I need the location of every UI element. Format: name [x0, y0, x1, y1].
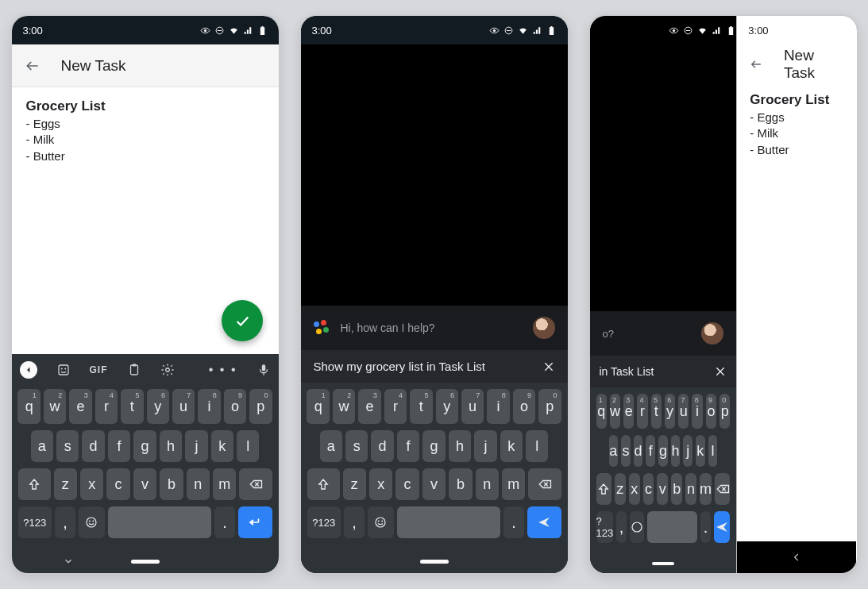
keyboard[interactable]: q1w2e3r4t5y6u7i8o9p0 asdfghjkl zxcvbnm ?…: [590, 387, 737, 554]
backspace-key[interactable]: [239, 468, 272, 500]
note-editor[interactable]: Grocery List - Eggs - Milk - Butter: [12, 87, 279, 354]
enter-key[interactable]: [238, 506, 272, 538]
chevron-down-icon[interactable]: [63, 556, 74, 567]
key-c[interactable]: c: [643, 473, 654, 505]
key-w[interactable]: w2: [333, 389, 355, 424]
period-key[interactable]: .: [214, 506, 235, 538]
key-r[interactable]: r4: [95, 389, 118, 424]
keyboard[interactable]: q1w2e3r4t5y6u7i8o9p0 asdfghjkl zxcvbnm ?…: [301, 383, 568, 549]
period-key[interactable]: .: [700, 511, 711, 543]
key-z[interactable]: z: [343, 468, 366, 500]
key-v[interactable]: v: [133, 468, 156, 500]
key-r[interactable]: r4: [637, 394, 647, 429]
emoji-key[interactable]: [630, 511, 644, 543]
comma-key[interactable]: ,: [616, 511, 627, 543]
key-p[interactable]: p0: [538, 389, 561, 424]
key-g[interactable]: g: [658, 435, 668, 467]
key-t[interactable]: t5: [121, 389, 143, 424]
key-s[interactable]: s: [56, 430, 79, 462]
home-pill[interactable]: [420, 560, 449, 564]
key-f[interactable]: f: [646, 435, 655, 467]
key-d[interactable]: d: [371, 430, 393, 462]
key-e[interactable]: e3: [358, 389, 380, 424]
key-p[interactable]: p0: [719, 394, 730, 429]
key-s[interactable]: s: [621, 435, 631, 467]
key-y[interactable]: y6: [665, 394, 675, 429]
sticker-icon[interactable]: [56, 363, 71, 377]
key-x[interactable]: x: [80, 468, 103, 500]
key-c[interactable]: c: [106, 468, 129, 500]
gear-icon[interactable]: [160, 363, 175, 377]
key-t[interactable]: t5: [410, 389, 432, 424]
comma-key[interactable]: ,: [344, 506, 365, 538]
chevron-left-icon[interactable]: [791, 552, 802, 563]
chevron-left-icon[interactable]: [20, 361, 37, 379]
emoji-key[interactable]: [79, 506, 105, 538]
home-pill[interactable]: [652, 562, 674, 565]
send-key[interactable]: [714, 511, 731, 543]
key-s[interactable]: s: [345, 430, 368, 462]
key-q[interactable]: q1: [17, 389, 40, 424]
clipboard-icon[interactable]: [127, 363, 141, 377]
key-j[interactable]: j: [683, 435, 692, 467]
assistant-input[interactable]: Show my grocery list in Task List: [301, 350, 568, 383]
key-z[interactable]: z: [615, 473, 626, 505]
key-m[interactable]: m: [502, 468, 525, 500]
key-j[interactable]: j: [185, 430, 207, 462]
key-u[interactable]: u7: [678, 394, 689, 429]
key-y[interactable]: y6: [147, 389, 169, 424]
symbols-key[interactable]: ?123: [307, 506, 341, 538]
symbols-key[interactable]: ?123: [596, 511, 614, 543]
shift-key[interactable]: [307, 468, 340, 500]
send-key[interactable]: [527, 506, 561, 538]
key-k[interactable]: k: [500, 430, 523, 462]
key-b[interactable]: b: [160, 468, 183, 500]
key-u[interactable]: u7: [172, 389, 195, 424]
key-l[interactable]: l: [526, 430, 548, 462]
key-m[interactable]: m: [213, 468, 236, 500]
key-f[interactable]: f: [397, 430, 419, 462]
key-k[interactable]: k: [696, 435, 705, 467]
period-key[interactable]: .: [503, 506, 524, 538]
key-i[interactable]: i8: [692, 394, 702, 429]
shift-key[interactable]: [596, 473, 611, 505]
key-b[interactable]: b: [449, 468, 472, 500]
backspace-key[interactable]: [715, 473, 730, 505]
gif-button[interactable]: GIF: [90, 364, 108, 375]
key-u[interactable]: u7: [461, 389, 484, 424]
space-key[interactable]: [647, 511, 697, 543]
key-p[interactable]: p0: [249, 389, 272, 424]
back-icon[interactable]: [25, 58, 41, 74]
key-v[interactable]: v: [422, 468, 446, 500]
key-o[interactable]: o9: [706, 394, 716, 429]
key-t[interactable]: t5: [651, 394, 662, 429]
avatar[interactable]: [533, 317, 555, 339]
keyboard[interactable]: GIF • • • q1w2e3r4t5y6u7i8o9p0 asdfghjkl…: [12, 354, 279, 549]
key-i[interactable]: i8: [487, 389, 509, 424]
key-b[interactable]: b: [671, 473, 682, 505]
comma-key[interactable]: ,: [55, 506, 75, 538]
key-h[interactable]: h: [160, 430, 182, 462]
key-n[interactable]: n: [187, 468, 210, 500]
key-q[interactable]: q1: [596, 394, 607, 429]
key-d[interactable]: d: [82, 430, 104, 462]
key-l[interactable]: l: [708, 435, 718, 467]
shift-key[interactable]: [18, 468, 51, 500]
key-x[interactable]: x: [629, 473, 640, 505]
key-q[interactable]: q1: [307, 389, 329, 424]
key-a[interactable]: a: [31, 430, 53, 462]
key-a[interactable]: a: [609, 435, 619, 467]
key-a[interactable]: a: [320, 430, 342, 462]
key-d[interactable]: d: [634, 435, 643, 467]
key-w[interactable]: w2: [610, 394, 620, 429]
avatar[interactable]: [701, 322, 723, 345]
key-e[interactable]: e3: [69, 389, 91, 424]
home-pill[interactable]: [131, 560, 160, 564]
close-icon[interactable]: [714, 365, 727, 378]
key-h[interactable]: h: [671, 435, 681, 467]
assistant-input[interactable]: in Task List: [590, 356, 737, 387]
key-n[interactable]: n: [476, 468, 499, 500]
save-fab[interactable]: [222, 300, 263, 341]
key-y[interactable]: y6: [436, 389, 458, 424]
key-l[interactable]: l: [237, 430, 259, 462]
